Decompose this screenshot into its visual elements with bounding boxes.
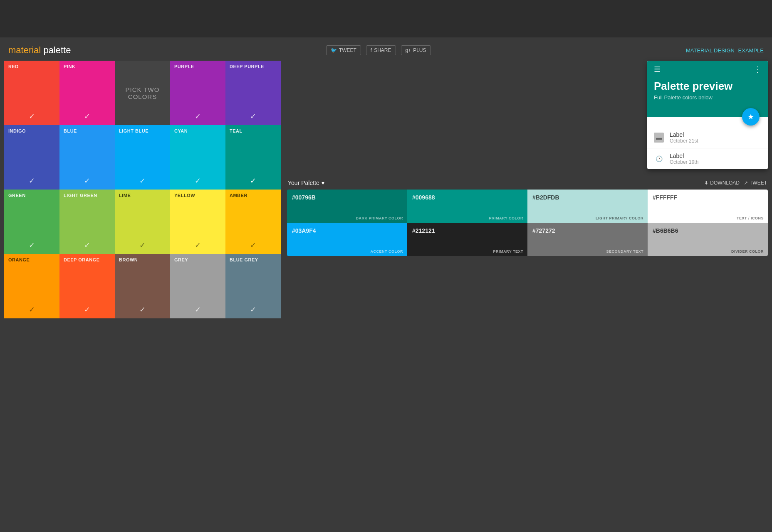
color-row-3: ORANGE ✓ DEEP ORANGE ✓ BROWN ✓ GREY ✓ BL… — [4, 254, 281, 318]
palette-swatch-hex-7: #B6B6B6 — [653, 227, 678, 234]
palette-swatch-3[interactable]: #FFFFFFTEXT / ICONS — [648, 190, 768, 223]
share-button[interactable]: f SHARE — [366, 45, 396, 55]
color-grey[interactable]: GREY ✓ — [170, 254, 225, 318]
chevron-down-icon[interactable]: ▾ — [322, 180, 324, 186]
color-deep-purple-label: DEEP PURPLE — [230, 64, 264, 69]
fab-star-icon: ★ — [747, 112, 754, 121]
palette-tweet-label: TWEET — [750, 180, 767, 186]
color-green[interactable]: GREEN ✓ — [4, 190, 59, 254]
palette-swatch-0[interactable]: #00796BDARK PRIMARY COLOR — [287, 190, 407, 223]
color-light-green-check: ✓ — [84, 241, 90, 250]
color-light-blue-check: ✓ — [139, 176, 146, 185]
palette-swatch-label-5: PRIMARY TEXT — [493, 249, 523, 254]
download-label: DOWNLOAD — [710, 180, 740, 186]
color-orange-check: ✓ — [29, 305, 35, 314]
palette-swatch-hex-5: #212121 — [412, 227, 435, 234]
color-blue-grey-check: ✓ — [250, 305, 256, 314]
color-purple-check: ✓ — [195, 112, 201, 121]
list-text-2: Label October 19th — [670, 153, 761, 165]
tweet-label: TWEET — [339, 47, 356, 53]
color-red-label: RED — [8, 64, 19, 69]
color-light-green-label: LIGHT GREEN — [64, 193, 97, 198]
color-deep-purple[interactable]: DEEP PURPLE ✓ — [225, 61, 281, 125]
menu-icon: ☰ — [654, 65, 661, 74]
palette-swatch-hex-2: #B2DFDB — [532, 194, 559, 201]
color-teal[interactable]: TEAL ✓ — [225, 125, 281, 190]
color-grey-check: ✓ — [195, 305, 201, 314]
palette-swatch-6[interactable]: #727272SECONDARY TEXT — [527, 223, 648, 256]
color-light-green[interactable]: LIGHT GREEN ✓ — [59, 190, 115, 254]
download-button[interactable]: ⬇ DOWNLOAD — [704, 180, 740, 186]
palette-swatch-label-0: DARK PRIMARY COLOR — [356, 216, 403, 220]
color-blue[interactable]: BLUE ✓ — [59, 125, 115, 190]
top-bar — [0, 0, 772, 37]
color-lime[interactable]: LIME ✓ — [115, 190, 170, 254]
share-label: SHARE — [374, 47, 391, 53]
preview-title: Palette preview — [654, 80, 761, 93]
color-yellow-check: ✓ — [195, 241, 201, 250]
color-lime-label: LIME — [119, 193, 131, 198]
color-yellow-label: YELLOW — [174, 193, 195, 198]
color-blue-check: ✓ — [84, 176, 90, 185]
color-green-label: GREEN — [8, 193, 26, 198]
color-light-blue-label: LIGHT BLUE — [119, 128, 148, 133]
color-deep-orange-label: DEEP ORANGE — [64, 257, 100, 262]
color-deep-orange-check: ✓ — [84, 305, 90, 314]
color-amber[interactable]: AMBER ✓ — [225, 190, 281, 254]
list-item-2: 🕐 Label October 19th — [647, 148, 768, 169]
logo-palette: palette — [43, 45, 71, 55]
color-deep-purple-check: ✓ — [250, 112, 256, 121]
material-design-link[interactable]: MATERIAL DESIGN EXAMPLE — [686, 47, 764, 54]
list-date-1: October 21st — [670, 138, 761, 144]
preview-fab[interactable]: ★ — [742, 108, 760, 126]
palette-swatch-2[interactable]: #B2DFDBLIGHT PRIMARY COLOR — [527, 190, 648, 223]
color-orange[interactable]: ORANGE ✓ — [4, 254, 59, 318]
preview-header: ☰ ⋮ Palette preview Full Palette colors … — [647, 61, 768, 117]
color-light-blue[interactable]: LIGHT BLUE ✓ — [115, 125, 170, 190]
color-deep-orange[interactable]: DEEP ORANGE ✓ — [59, 254, 115, 318]
palette-grid: #00796BDARK PRIMARY COLOR#009688PRIMARY … — [287, 190, 768, 256]
pick-two-cell: PICK TWO COLORS — [115, 61, 170, 125]
tweet-button[interactable]: 🐦 TWEET — [326, 45, 361, 55]
palette-tweet-button[interactable]: ↗ TWEET — [744, 180, 767, 186]
list-label-2: Label — [670, 153, 761, 159]
color-purple-label: PURPLE — [174, 64, 194, 69]
color-red[interactable]: RED ✓ — [4, 61, 59, 125]
preview-card: ☰ ⋮ Palette preview Full Palette colors … — [647, 61, 768, 169]
twitter-icon: 🐦 — [331, 47, 337, 53]
palette-swatch-label-4: ACCENT COLOR — [371, 249, 403, 254]
color-pink[interactable]: PINK ✓ — [59, 61, 115, 125]
list-text-1: Label October 21st — [670, 131, 761, 144]
color-orange-label: ORANGE — [8, 257, 30, 262]
color-brown[interactable]: BROWN ✓ — [115, 254, 170, 318]
color-yellow[interactable]: YELLOW ✓ — [170, 190, 225, 254]
right-panel: ☰ ⋮ Palette preview Full Palette colors … — [287, 61, 768, 256]
logo-material: material — [8, 45, 41, 55]
color-indigo-check: ✓ — [29, 176, 35, 185]
color-blue-grey[interactable]: BLUE GREY ✓ — [225, 254, 281, 318]
plus-label: PLUS — [413, 47, 426, 53]
palette-swatch-5[interactable]: #212121PRIMARY TEXT — [407, 223, 527, 256]
color-row-1: INDIGO ✓ BLUE ✓ LIGHT BLUE ✓ CYAN ✓ TEAL — [4, 125, 281, 190]
color-purple[interactable]: PURPLE ✓ — [170, 61, 225, 125]
palette-swatch-hex-1: #009688 — [412, 194, 435, 201]
palette-swatch-label-1: PRIMARY COLOR — [489, 216, 523, 220]
plus-button[interactable]: g+ PLUS — [401, 45, 431, 55]
color-row-2: GREEN ✓ LIGHT GREEN ✓ LIME ✓ YELLOW ✓ AM… — [4, 190, 281, 254]
palette-swatch-4[interactable]: #03A9F4ACCENT COLOR — [287, 223, 407, 256]
download-icon: ⬇ — [704, 180, 708, 186]
palette-swatch-1[interactable]: #009688PRIMARY COLOR — [407, 190, 527, 223]
palette-title-text: Your Palette — [288, 180, 319, 186]
palette-swatch-hex-6: #727272 — [532, 227, 555, 234]
color-amber-check: ✓ — [250, 241, 256, 250]
main-content: material palette 🐦 TWEET f SHARE g+ PLUS… — [0, 37, 772, 327]
material-design-text: MATERIAL DESIGN — [686, 47, 735, 54]
header-actions: 🐦 TWEET f SHARE g+ PLUS — [326, 45, 431, 55]
list-item-1: ▬ Label October 21st — [647, 127, 768, 148]
app-logo: material palette — [8, 45, 71, 56]
color-indigo[interactable]: INDIGO ✓ — [4, 125, 59, 190]
palette-swatch-7[interactable]: #B6B6B6DIVIDER COLOR — [648, 223, 768, 256]
color-cyan-check: ✓ — [195, 176, 201, 185]
color-cyan[interactable]: CYAN ✓ — [170, 125, 225, 190]
palette-swatch-hex-3: #FFFFFF — [653, 194, 677, 201]
